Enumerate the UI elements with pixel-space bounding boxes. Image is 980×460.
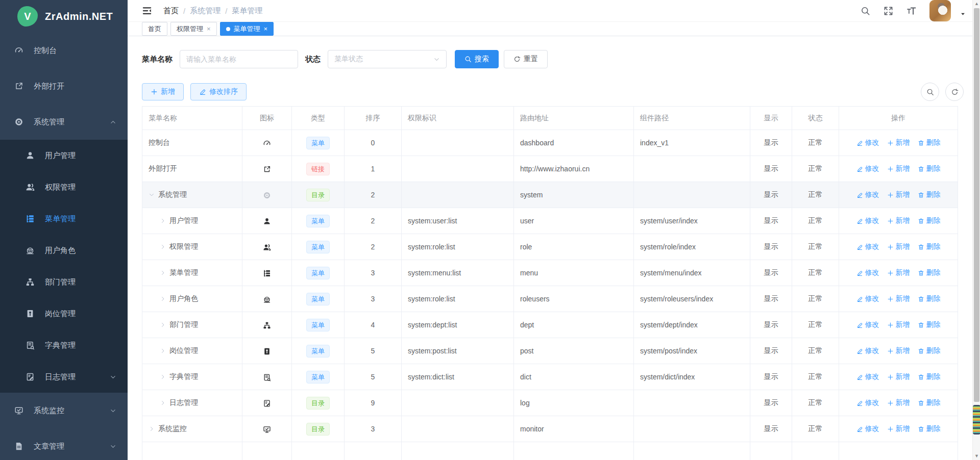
row-add-link[interactable]: 新增 bbox=[887, 372, 910, 381]
row-delete-link[interactable]: 删除 bbox=[918, 242, 941, 251]
scrollbar-down-arrow[interactable]: ▼ bbox=[973, 453, 980, 458]
type-tag: 菜单 bbox=[306, 345, 330, 357]
status-select[interactable]: 菜单状态 bbox=[328, 50, 447, 68]
add-button[interactable]: 新增 bbox=[142, 83, 184, 100]
plus-icon bbox=[887, 166, 894, 172]
breadcrumb-item-首页[interactable]: 首页 bbox=[163, 6, 179, 16]
chevron-down-icon[interactable] bbox=[149, 192, 155, 198]
row-add-link[interactable]: 新增 bbox=[887, 424, 910, 433]
sidebar-item-日志管理[interactable]: 日志管理 bbox=[0, 361, 128, 393]
sidebar-item-控制台[interactable]: 控制台 bbox=[0, 33, 128, 68]
row-delete-link[interactable]: 删除 bbox=[918, 164, 941, 173]
pen-icon bbox=[856, 192, 863, 198]
scrollbar-up-arrow[interactable]: ▲ bbox=[973, 1, 980, 6]
chevron-right-icon[interactable] bbox=[160, 244, 166, 250]
robot-icon bbox=[26, 246, 35, 255]
status-cell: 正常 bbox=[792, 338, 839, 364]
row-modify-link[interactable]: 修改 bbox=[856, 138, 879, 147]
row-add-link[interactable]: 新增 bbox=[887, 216, 910, 225]
sidebar-item-用户角色[interactable]: 用户角色 bbox=[0, 235, 128, 266]
reset-button[interactable]: 重置 bbox=[504, 50, 548, 68]
close-icon[interactable]: × bbox=[207, 25, 211, 32]
row-delete-link[interactable]: 删除 bbox=[918, 346, 941, 355]
sidebar-item-文章管理[interactable]: 文章管理 bbox=[0, 428, 128, 460]
app-logo[interactable]: V ZrAdmin.NET bbox=[0, 0, 128, 33]
scrollbar-thumb[interactable] bbox=[974, 8, 979, 402]
chevron-down-icon[interactable] bbox=[960, 11, 966, 17]
row-delete-link[interactable]: 删除 bbox=[918, 138, 941, 147]
menu-name-input[interactable] bbox=[180, 50, 298, 68]
table-refresh-button[interactable] bbox=[945, 83, 964, 101]
sidebar-collapse-icon[interactable] bbox=[142, 6, 152, 16]
row-add-link[interactable]: 新增 bbox=[887, 138, 910, 147]
row-modify-link[interactable]: 修改 bbox=[856, 294, 879, 303]
row-add-link[interactable]: 新增 bbox=[887, 190, 910, 199]
chevron-right-icon[interactable] bbox=[149, 426, 155, 432]
sidebar-item-菜单管理[interactable]: 菜单管理 bbox=[0, 203, 128, 235]
fullscreen-icon[interactable] bbox=[884, 6, 893, 16]
chevron-right-icon[interactable] bbox=[160, 296, 166, 302]
sidebar-menu: 控制台外部打开系统管理用户管理权限管理菜单管理用户角色部门管理岗位管理字典管理日… bbox=[0, 33, 128, 460]
scrollbar[interactable]: ▲ ▼ bbox=[972, 0, 980, 460]
row-modify-link[interactable]: 修改 bbox=[856, 424, 879, 433]
tab-权限管理[interactable]: 权限管理× bbox=[170, 22, 217, 36]
order-cell: 3 bbox=[345, 260, 402, 286]
row-delete-link[interactable]: 删除 bbox=[918, 216, 941, 225]
row-modify-link[interactable]: 修改 bbox=[856, 398, 879, 407]
chevron-right-icon[interactable] bbox=[160, 322, 166, 328]
row-modify-link[interactable]: 修改 bbox=[856, 320, 879, 329]
plus-icon bbox=[887, 322, 894, 328]
row-add-link[interactable]: 新增 bbox=[887, 294, 910, 303]
sidebar-item-系统监控[interactable]: 系统监控 bbox=[0, 393, 128, 428]
user-avatar[interactable] bbox=[929, 0, 951, 21]
row-delete-link[interactable]: 删除 bbox=[918, 268, 941, 277]
sidebar-item-岗位管理[interactable]: 岗位管理 bbox=[0, 298, 128, 329]
sort-button[interactable]: 修改排序 bbox=[190, 83, 247, 100]
sidebar-item-用户管理[interactable]: 用户管理 bbox=[0, 140, 128, 171]
chevron-right-icon[interactable] bbox=[160, 374, 166, 380]
breadcrumb-item-菜单管理[interactable]: 菜单管理 bbox=[232, 6, 262, 16]
pen-icon bbox=[856, 218, 863, 224]
row-add-link[interactable]: 新增 bbox=[887, 346, 910, 355]
sidebar-item-部门管理[interactable]: 部门管理 bbox=[0, 266, 128, 298]
row-delete-link[interactable]: 删除 bbox=[918, 398, 941, 407]
sidebar-item-外部打开[interactable]: 外部打开 bbox=[0, 68, 128, 104]
row-modify-link[interactable]: 修改 bbox=[856, 268, 879, 277]
row-delete-link[interactable]: 删除 bbox=[918, 294, 941, 303]
tab-菜单管理[interactable]: 菜单管理× bbox=[220, 22, 274, 36]
table-search-button[interactable] bbox=[921, 83, 939, 101]
row-add-link[interactable]: 新增 bbox=[887, 398, 910, 407]
sidebar-item-label: 岗位管理 bbox=[45, 309, 76, 319]
row-modify-link[interactable]: 修改 bbox=[856, 372, 879, 381]
search-button[interactable]: 搜索 bbox=[455, 50, 499, 68]
sidebar-item-字典管理[interactable]: 字典管理 bbox=[0, 329, 128, 361]
row-delete-link[interactable]: 删除 bbox=[918, 190, 941, 199]
row-add-link[interactable]: 新增 bbox=[887, 320, 910, 329]
sidebar-item-系统管理[interactable]: 系统管理 bbox=[0, 104, 128, 140]
row-delete-link[interactable]: 删除 bbox=[918, 424, 941, 433]
breadcrumb-item-系统管理[interactable]: 系统管理 bbox=[190, 6, 220, 16]
chevron-right-icon[interactable] bbox=[160, 348, 166, 354]
search-icon[interactable] bbox=[861, 6, 870, 16]
tab-首页[interactable]: 首页 bbox=[142, 22, 167, 36]
row-modify-link[interactable]: 修改 bbox=[856, 190, 879, 199]
sidebar-item-权限管理[interactable]: 权限管理 bbox=[0, 171, 128, 203]
row-delete-link[interactable]: 删除 bbox=[918, 372, 941, 381]
row-add-link[interactable]: 新增 bbox=[887, 242, 910, 251]
row-add-link[interactable]: 新增 bbox=[887, 164, 910, 173]
tab-label: 权限管理 bbox=[177, 24, 203, 34]
close-icon[interactable]: × bbox=[264, 25, 268, 32]
row-modify-link[interactable]: 修改 bbox=[856, 346, 879, 355]
row-modify-link[interactable]: 修改 bbox=[856, 242, 879, 251]
row-modify-link[interactable]: 修改 bbox=[856, 216, 879, 225]
chevron-right-icon[interactable] bbox=[160, 218, 166, 224]
chevron-right-icon[interactable] bbox=[160, 270, 166, 276]
scrollbar-marker[interactable] bbox=[973, 405, 980, 435]
chevron-right-icon[interactable] bbox=[160, 400, 166, 406]
external-link-icon bbox=[263, 165, 271, 173]
font-size-icon[interactable] bbox=[906, 6, 916, 16]
type-tag: 目录 bbox=[306, 397, 330, 410]
row-modify-link[interactable]: 修改 bbox=[856, 164, 879, 173]
row-delete-link[interactable]: 删除 bbox=[918, 320, 941, 329]
row-add-link[interactable]: 新增 bbox=[887, 268, 910, 277]
